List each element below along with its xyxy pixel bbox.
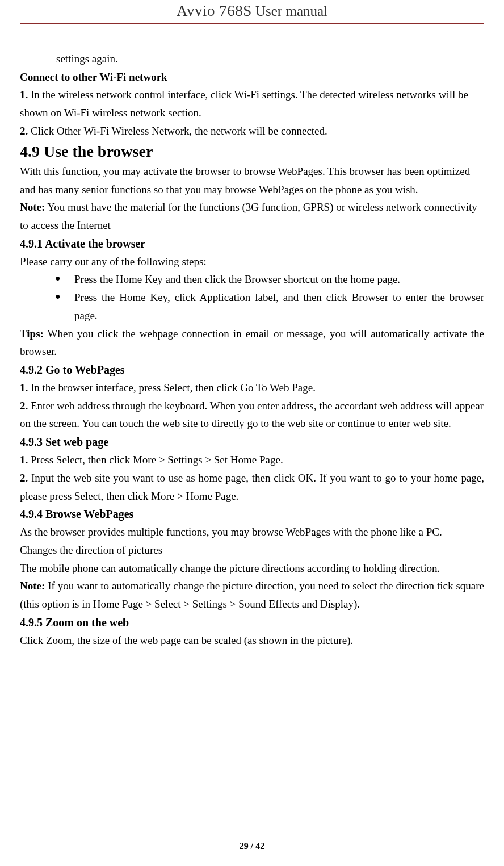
heading-4-9-2: 4.9.2 Go to WebPages xyxy=(20,361,484,379)
body-text: Click Zoom, the size of the web page can… xyxy=(20,631,484,650)
note-body: You must have the material for the funct… xyxy=(20,201,477,231)
tips-label: Tips: xyxy=(20,328,44,340)
list-item: Press the Home Key, click Application la… xyxy=(74,288,484,324)
page-container: Avvio 768S User manual settings again. C… xyxy=(0,0,504,866)
step-body: Press Select, then click More > Settings… xyxy=(28,454,283,466)
note-label: Note: xyxy=(20,201,45,213)
step-body: Click Other Wi-Fi Wireless Network, the … xyxy=(28,125,327,137)
step-text: 1. Press Select, then click More > Setti… xyxy=(20,451,484,469)
header-suffix: User manual xyxy=(252,3,327,19)
step-body: Enter web address through the keyboard. … xyxy=(20,400,484,430)
continuation-text: settings again. xyxy=(20,50,484,68)
heading-4-9-1: 4.9.1 Activate the browser xyxy=(20,235,484,253)
body-text: As the browser provides multiple functio… xyxy=(20,523,484,541)
step-number: 2. xyxy=(20,125,28,137)
note-paragraph: Note: You must have the material for the… xyxy=(20,198,484,234)
step-body: In the wireless network control interfac… xyxy=(20,89,468,119)
intro-text: Please carry out any of the following st… xyxy=(20,253,484,271)
step-number: 1. xyxy=(20,454,28,466)
step-body: In the browser interface, press Select, … xyxy=(28,382,316,394)
step-text: 1. In the wireless network control inter… xyxy=(20,86,484,122)
step-number: 2. xyxy=(20,400,28,412)
heading-4-9-5: 4.9.5 Zoom on the web xyxy=(20,613,484,631)
page-number: 29 / 42 xyxy=(240,841,264,851)
heading-4-9: 4.9 Use the browser xyxy=(20,140,484,162)
list-item: Press the Home Key and then click the Br… xyxy=(74,270,484,288)
tips-paragraph: Tips: When you click the webpage connect… xyxy=(20,325,484,361)
section-intro: With this function, you may activate the… xyxy=(20,162,484,198)
step-number: 1. xyxy=(20,382,28,394)
step-body: Input the web site you want to use as ho… xyxy=(20,472,484,502)
step-text: 2. Input the web site you want to use as… xyxy=(20,469,484,505)
step-text: 1. In the browser interface, press Selec… xyxy=(20,379,484,397)
document-body: settings again. Connect to other Wi-Fi n… xyxy=(20,26,484,650)
header-model: Avvio 768S xyxy=(177,2,252,19)
step-text: 2. Click Other Wi-Fi Wireless Network, t… xyxy=(20,122,484,140)
document-header-title: Avvio 768S User manual xyxy=(20,0,484,23)
note-label: Note: xyxy=(20,580,45,592)
step-number: 1. xyxy=(20,89,28,101)
bullet-list: Press the Home Key and then click the Br… xyxy=(20,270,484,324)
subheading-connect-other: Connect to other Wi-Fi network xyxy=(20,68,484,86)
step-text: 2. Enter web address through the keyboar… xyxy=(20,397,484,433)
page-footer: 29 / 42 xyxy=(0,841,504,851)
heading-4-9-3: 4.9.3 Set web page xyxy=(20,433,484,451)
tips-body: When you click the webpage connection in… xyxy=(20,328,484,358)
body-text: The mobile phone can automatically chang… xyxy=(20,559,484,578)
heading-4-9-4: 4.9.4 Browse WebPages xyxy=(20,505,484,523)
note-paragraph: Note: If you want to automatically chang… xyxy=(20,577,484,613)
body-text: Changes the direction of pictures xyxy=(20,541,484,559)
step-number: 2. xyxy=(20,472,28,484)
note-body: If you want to automatically change the … xyxy=(20,580,484,610)
